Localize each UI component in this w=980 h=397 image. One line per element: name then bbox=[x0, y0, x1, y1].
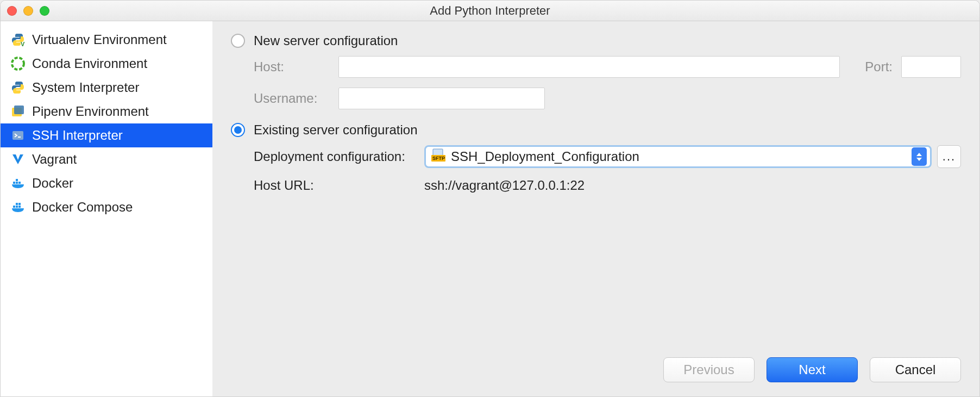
radio-unchecked-icon bbox=[231, 34, 245, 48]
deployment-config-browse-button[interactable]: ... bbox=[937, 145, 961, 168]
combo-arrows-icon bbox=[912, 147, 927, 166]
cancel-button[interactable]: Cancel bbox=[870, 357, 961, 382]
python-icon bbox=[10, 80, 26, 95]
sidebar-item-virtualenv[interactable]: V Virtualenv Environment bbox=[1, 28, 212, 52]
sidebar-item-system[interactable]: System Interpreter bbox=[1, 76, 212, 100]
sidebar-item-label: System Interpreter bbox=[32, 80, 139, 95]
sidebar-item-docker[interactable]: Docker bbox=[1, 171, 212, 195]
main-area: V Virtualenv Environment Conda Environme… bbox=[1, 21, 979, 396]
deployment-config-label: Deployment configuration: bbox=[254, 149, 416, 164]
previous-button[interactable]: Previous bbox=[663, 357, 755, 382]
svg-rect-12 bbox=[18, 206, 21, 208]
window-title: Add Python Interpreter bbox=[1, 4, 979, 18]
svg-rect-10 bbox=[13, 206, 15, 208]
host-label: Host: bbox=[254, 59, 330, 75]
port-input[interactable] bbox=[901, 56, 961, 78]
sidebar-item-label: Pipenv Environment bbox=[32, 104, 149, 119]
wizard-button-bar: Previous Next Cancel bbox=[663, 357, 961, 382]
username-input[interactable] bbox=[338, 88, 545, 109]
svg-point-1 bbox=[12, 58, 24, 70]
sidebar-item-ssh[interactable]: SSH Interpreter bbox=[1, 123, 212, 147]
deployment-config-value: SSH_Deployment_Configuration bbox=[451, 149, 906, 164]
sidebar-item-label: Vagrant bbox=[32, 152, 77, 167]
sidebar-item-label: Docker bbox=[32, 176, 73, 191]
existing-server-radio-label: Existing server configuration bbox=[254, 122, 417, 138]
deployment-config-combo[interactable]: SFTP SSH_Deployment_Configuration bbox=[424, 145, 932, 168]
svg-rect-6 bbox=[13, 182, 15, 184]
sidebar-item-label: SSH Interpreter bbox=[32, 128, 123, 143]
new-server-radio-row[interactable]: New server configuration bbox=[231, 33, 961, 48]
sidebar-item-pipenv[interactable]: Pipenv Environment bbox=[1, 100, 212, 123]
sidebar-item-label: Virtualenv Environment bbox=[32, 32, 167, 47]
next-button-label: Next bbox=[799, 362, 825, 377]
svg-rect-4 bbox=[12, 131, 23, 140]
svg-rect-8 bbox=[18, 182, 21, 184]
pipenv-icon bbox=[10, 104, 26, 119]
sidebar-item-vagrant[interactable]: Vagrant bbox=[1, 147, 212, 171]
radio-checked-icon bbox=[231, 123, 245, 137]
svg-rect-7 bbox=[16, 182, 18, 184]
sidebar-item-label: Docker Compose bbox=[32, 200, 133, 215]
new-server-radio-label: New server configuration bbox=[254, 33, 398, 48]
previous-button-label: Previous bbox=[683, 362, 734, 377]
existing-server-fields: Deployment configuration: SFTP SSH_Deplo… bbox=[254, 145, 961, 203]
sidebar-item-label: Conda Environment bbox=[32, 56, 147, 71]
port-label: Port: bbox=[865, 59, 893, 75]
new-server-fields: Host: Port: Username: bbox=[254, 56, 961, 119]
sidebar-item-docker-compose[interactable]: Docker Compose bbox=[1, 195, 212, 219]
conda-icon bbox=[10, 56, 26, 71]
svg-rect-15 bbox=[433, 149, 443, 156]
docker-icon bbox=[10, 176, 26, 191]
existing-server-radio-row[interactable]: Existing server configuration bbox=[231, 122, 961, 138]
interpreter-type-sidebar: V Virtualenv Environment Conda Environme… bbox=[1, 21, 212, 396]
svg-text:SFTP: SFTP bbox=[432, 156, 445, 161]
sftp-icon: SFTP bbox=[431, 148, 445, 165]
titlebar: Add Python Interpreter bbox=[1, 1, 979, 21]
host-url-value: ssh://vagrant@127.0.0.1:22 bbox=[424, 178, 585, 193]
username-label: Username: bbox=[254, 91, 330, 106]
sidebar-item-conda[interactable]: Conda Environment bbox=[1, 52, 212, 76]
cancel-button-label: Cancel bbox=[895, 362, 936, 377]
ssh-interpreter-form: New server configuration Host: Port: Use… bbox=[212, 21, 979, 396]
ellipsis-icon: ... bbox=[943, 150, 956, 164]
next-button[interactable]: Next bbox=[767, 357, 858, 382]
svg-text:V: V bbox=[21, 41, 25, 47]
svg-rect-14 bbox=[18, 203, 21, 205]
svg-rect-3 bbox=[14, 106, 24, 114]
host-url-label: Host URL: bbox=[254, 178, 416, 193]
svg-rect-9 bbox=[16, 179, 18, 181]
svg-rect-11 bbox=[16, 206, 18, 208]
svg-rect-13 bbox=[16, 203, 18, 205]
python-v-icon: V bbox=[10, 32, 26, 47]
vagrant-icon bbox=[10, 152, 26, 167]
docker-compose-icon bbox=[10, 200, 26, 215]
host-input[interactable] bbox=[338, 56, 840, 78]
ssh-icon bbox=[10, 128, 26, 143]
